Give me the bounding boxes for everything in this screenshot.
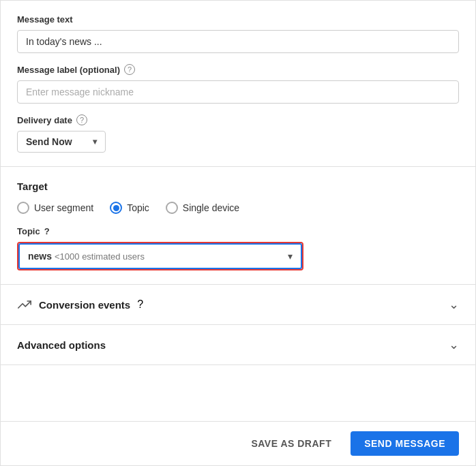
topic-name: news: [28, 251, 52, 262]
message-label-text: Message label (optional): [17, 65, 120, 75]
target-section: Target User segment Topic Single device: [1, 167, 475, 285]
send-message-button[interactable]: SEND MESSAGE: [351, 431, 459, 456]
delivery-chevron-down-icon: ▾: [93, 137, 97, 146]
radio-circle-user-segment: [17, 202, 29, 214]
main-container: Message text Message label (optional) ? …: [0, 0, 476, 466]
topic-chevron-down-icon: ▾: [288, 251, 293, 262]
topic-field-group: Topic ? news <1000 estimated users ▾: [17, 226, 459, 270]
conversion-events-left: Conversion events ?: [17, 297, 143, 312]
topic-dropdown-wrapper: news <1000 estimated users ▾: [17, 242, 303, 270]
trending-up-icon: [17, 297, 32, 312]
radio-option-topic[interactable]: Topic: [110, 202, 149, 214]
conversion-events-title: Conversion events: [39, 299, 130, 311]
topic-help-icon[interactable]: ?: [44, 226, 50, 236]
topic-field-label: Topic ?: [17, 226, 459, 236]
target-radio-group: User segment Topic Single device: [17, 202, 459, 214]
message-text-label: Message text: [17, 14, 459, 25]
radio-option-single-device[interactable]: Single device: [166, 202, 239, 214]
footer: SAVE AS DRAFT SEND MESSAGE: [1, 421, 475, 465]
radio-option-user-segment[interactable]: User segment: [17, 202, 93, 214]
delivery-date-group: Delivery date ? Send Now ▾: [17, 114, 459, 153]
radio-circle-single-device: [166, 202, 178, 214]
topic-label-text: Topic: [17, 226, 40, 236]
delivery-label: Delivery date ?: [17, 114, 459, 125]
scroll-area: Message text Message label (optional) ? …: [1, 1, 475, 421]
save-as-draft-button[interactable]: SAVE AS DRAFT: [243, 433, 340, 454]
advanced-options-section[interactable]: Advanced options ⌄: [1, 325, 475, 365]
message-label-input[interactable]: [17, 80, 459, 104]
message-label-label: Message label (optional) ?: [17, 64, 459, 75]
radio-label-user-segment: User segment: [34, 202, 93, 213]
delivery-value-text: Send Now: [26, 136, 72, 147]
advanced-options-title: Advanced options: [17, 339, 106, 351]
conversion-chevron-down-icon: ⌄: [449, 297, 459, 312]
delivery-dropdown[interactable]: Send Now ▾: [17, 131, 106, 153]
radio-label-topic: Topic: [127, 202, 149, 213]
message-text-label-text: Message text: [17, 14, 73, 25]
radio-label-single-device: Single device: [183, 202, 239, 213]
conversion-events-section[interactable]: Conversion events ? ⌄: [1, 285, 475, 325]
message-label-help-icon[interactable]: ?: [124, 64, 135, 75]
advanced-chevron-down-icon: ⌄: [449, 337, 459, 352]
delivery-help-icon[interactable]: ?: [76, 114, 87, 125]
radio-circle-topic: [110, 202, 122, 214]
delivery-label-text: Delivery date: [17, 115, 72, 125]
message-section: Message text Message label (optional) ? …: [1, 1, 475, 167]
message-label-group: Message label (optional) ?: [17, 64, 459, 104]
advanced-options-left: Advanced options: [17, 339, 106, 351]
message-text-group: Message text: [17, 14, 459, 53]
conversion-help-icon[interactable]: ?: [137, 298, 143, 311]
topic-users: <1000 estimated users: [55, 251, 145, 262]
target-title: Target: [17, 181, 459, 192]
topic-dropdown[interactable]: news <1000 estimated users ▾: [18, 243, 302, 269]
topic-dropdown-text: news <1000 estimated users: [28, 251, 145, 262]
message-text-input[interactable]: [17, 30, 459, 53]
